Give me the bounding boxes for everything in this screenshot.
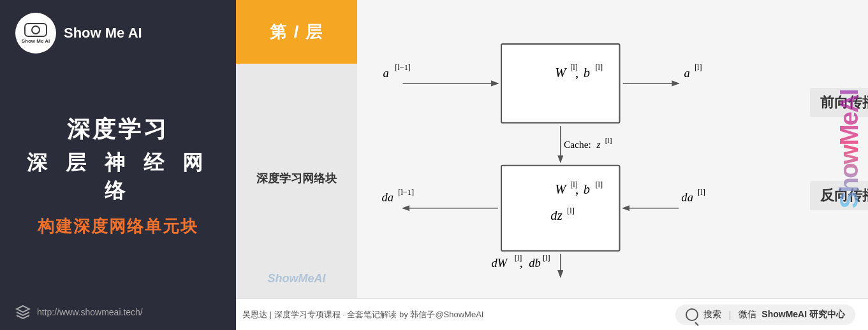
- svg-text:b: b: [584, 182, 590, 196]
- logo-area: Show Me AI Show Me AI: [15, 13, 221, 54]
- svg-text:,: ,: [575, 182, 578, 196]
- svg-text:db: db: [529, 256, 541, 269]
- svg-text:W: W: [555, 182, 567, 196]
- forward-direction: 前向传播: [810, 88, 868, 117]
- footer: 吴恩达 | 深度学习专项课程 · 全套笔记解读 by 韩信子@ShowMeAI …: [236, 298, 868, 330]
- main-container: Show Me AI Show Me AI 深度学习 深 层 神 经 网 络 构…: [0, 0, 868, 330]
- network-diagram: W [l] , b [l] a [l−1] a [l] Cache:: [357, 0, 804, 298]
- svg-rect-0: [501, 44, 619, 123]
- logo-circle: Show Me AI: [15, 13, 56, 54]
- title-section: 深度学习 深 层 神 经 网 络 构建深度网络单元块: [15, 114, 221, 238]
- svg-text:[l]: [l]: [695, 63, 702, 72]
- svg-text:W: W: [555, 66, 567, 80]
- wechat-label: 微信: [739, 309, 756, 320]
- svg-text:[l−1]: [l−1]: [395, 63, 411, 72]
- svg-text:da: da: [382, 190, 394, 204]
- title-line1: 深度学习: [15, 114, 221, 145]
- svg-text:[l]: [l]: [543, 254, 550, 262]
- right-panel: 第 l 层 深度学习网络块 ShowMeAI W [l] , b [l]: [236, 0, 868, 330]
- subtitle: 构建深度网络单元块: [15, 215, 221, 238]
- backward-label: 反向传播: [810, 181, 868, 210]
- svg-text:,: ,: [520, 256, 523, 269]
- svg-text:a: a: [684, 66, 689, 80]
- logo-label: Show Me AI: [64, 24, 142, 43]
- svg-text:[l]: [l]: [595, 180, 603, 189]
- svg-text:a: a: [383, 66, 389, 80]
- right-labels: 前向传播 反向传播: [804, 0, 868, 298]
- svg-text:z: z: [596, 139, 600, 150]
- svg-text:,: ,: [575, 66, 578, 80]
- svg-text:[l]: [l]: [698, 188, 705, 197]
- footer-divider: |: [729, 310, 732, 320]
- search-label: 搜索: [703, 309, 721, 320]
- layer-column: 第 l 层 深度学习网络块 ShowMeAI: [236, 0, 357, 298]
- layer-body-label: 深度学习网络块: [256, 171, 337, 186]
- link-icon: [15, 305, 31, 320]
- layer-watermark: ShowMeAI: [267, 272, 325, 285]
- svg-text:[l]: [l]: [567, 206, 575, 215]
- svg-text:dW: dW: [492, 256, 508, 269]
- layer-body: 深度学习网络块 ShowMeAI: [236, 64, 357, 298]
- footer-right[interactable]: 搜索 | 微信 ShowMeAI 研究中心: [675, 305, 855, 325]
- logo-icon: [24, 23, 47, 37]
- bottom-link[interactable]: http://www.showmeai.tech/: [15, 305, 221, 320]
- svg-text:[l]: [l]: [605, 136, 612, 144]
- left-panel: Show Me AI Show Me AI 深度学习 深 层 神 经 网 络 构…: [0, 0, 236, 330]
- backward-direction: 反向传播: [810, 181, 868, 210]
- layer-header-text: 第 l 层: [270, 21, 323, 43]
- title-line2: 深 层 神 经 网 络: [15, 149, 221, 205]
- svg-text:dz: dz: [550, 208, 562, 222]
- website-url: http://www.showmeai.tech/: [37, 307, 143, 317]
- search-icon: [686, 308, 698, 321]
- svg-text:[l−1]: [l−1]: [398, 188, 414, 197]
- svg-text:da: da: [681, 190, 693, 204]
- diagram-svg: W [l] , b [l] a [l−1] a [l] Cache:: [370, 15, 804, 283]
- svg-text:Cache:: Cache:: [564, 139, 591, 150]
- logo-text-small: Show Me AI: [22, 38, 50, 44]
- footer-brand: ShowMeAI 研究中心: [761, 309, 845, 320]
- svg-text:b: b: [584, 66, 590, 80]
- layer-header: 第 l 层: [236, 0, 357, 64]
- forward-label: 前向传播: [810, 88, 868, 117]
- diagram-area: 第 l 层 深度学习网络块 ShowMeAI W [l] , b [l]: [236, 0, 868, 298]
- svg-text:[l]: [l]: [595, 63, 603, 72]
- footer-left-text: 吴恩达 | 深度学习专项课程 · 全套笔记解读 by 韩信子@ShowMeAI: [242, 309, 483, 320]
